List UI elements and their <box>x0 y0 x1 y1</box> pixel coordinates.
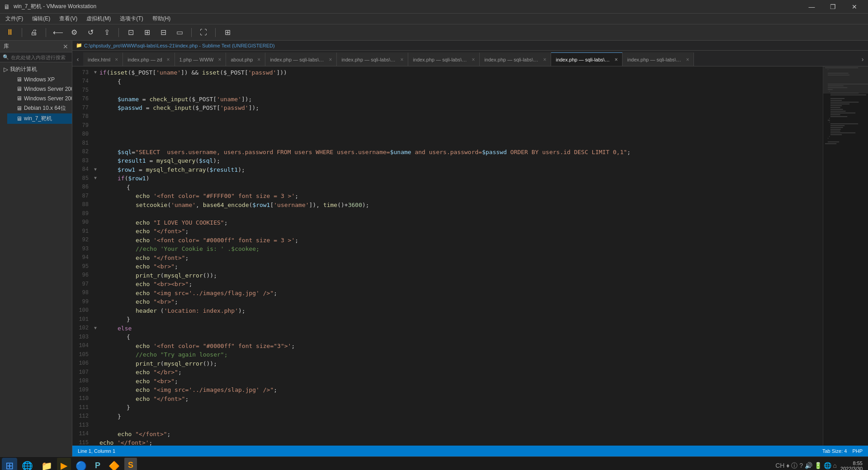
code-text: echo '<font color= "#0000ff" font size="… <box>99 342 295 351</box>
tab-close-button[interactable]: × <box>614 56 618 63</box>
pycharm-button[interactable]: P <box>91 458 104 470</box>
tab-label: index.html <box>88 57 110 62</box>
tab-right-button[interactable]: › <box>857 52 868 66</box>
tab-4[interactable]: index.php — sqli-labs\Less-2× <box>265 52 337 66</box>
tab-close-button[interactable]: × <box>257 56 260 63</box>
tree-icon: 🖥 <box>16 95 22 102</box>
tree-item-windows-xp[interactable]: 🖥Windows XP <box>7 75 72 84</box>
minimize-button[interactable]: — <box>802 0 822 14</box>
line-number: 80 <box>76 130 94 138</box>
tab-8[interactable]: index.php — sqli-labs\Less-21× <box>551 52 623 66</box>
code-text: echo "<img src='../images/flag.jpg' />"; <box>99 289 277 298</box>
snap2-button[interactable]: ⊞ <box>141 26 153 39</box>
tab-close-button[interactable]: × <box>543 56 546 63</box>
media-button[interactable]: ▶ <box>57 458 71 470</box>
code-text: echo "<br><br>"; <box>99 280 192 289</box>
code-text: { <box>99 183 130 192</box>
tab-close-button[interactable]: × <box>472 56 475 63</box>
clock-date: 2022/3/30 <box>840 466 863 470</box>
tab-close-button[interactable]: × <box>686 56 689 63</box>
tab-1[interactable]: index.php — zd× <box>123 52 175 66</box>
tab-0[interactable]: index.html× <box>83 52 123 66</box>
snap-button[interactable]: ⊡ <box>124 26 137 39</box>
toolbar-separator <box>22 28 22 37</box>
line-number: 86 <box>76 183 94 191</box>
statusbar-right: Tab Size: 4 PHP <box>822 448 863 454</box>
sidebar-close-button[interactable]: ✕ <box>63 43 68 50</box>
close-button[interactable]: ✕ <box>844 0 864 14</box>
tree-item-我的计算机[interactable]: ▷我的计算机 <box>0 64 72 75</box>
snap3-button[interactable]: ⊟ <box>157 26 170 39</box>
tab-close-button[interactable]: × <box>167 56 170 63</box>
line-number: 99 <box>76 298 94 306</box>
code-line-75: 75 <box>76 86 819 95</box>
code-text: setcookie('uname', base64_encode($row1['… <box>99 201 369 210</box>
line-number: 94 <box>76 254 94 262</box>
settings-button[interactable]: ⊞ <box>221 26 234 39</box>
line-number: 83 <box>76 157 94 165</box>
tab-left-button[interactable]: ‹ <box>72 52 83 66</box>
fullscreen-button[interactable]: ⛶ <box>197 26 210 39</box>
forward-button[interactable]: ⚙ <box>68 26 80 39</box>
home-button[interactable]: ⇪ <box>100 26 113 39</box>
menu-tab[interactable]: 选项卡(T) <box>116 14 146 24</box>
refresh-button[interactable]: ↺ <box>84 26 97 39</box>
line-number: 102 <box>76 324 94 332</box>
tree-item-win_7_靶机[interactable]: 🖥win_7_靶机 <box>7 113 72 124</box>
tab-3[interactable]: about.php× <box>226 52 265 66</box>
sublime-button[interactable]: S <box>124 458 137 470</box>
tab-label: index.php — sqli-labs\Less-19 <box>413 57 467 62</box>
code-line-89: 89 <box>76 209 819 218</box>
tab-close-button[interactable]: × <box>218 56 221 63</box>
code-line-73: 73▼if(isset($_POST['uname']) && isset($_… <box>76 68 819 77</box>
tab-close-button[interactable]: × <box>400 56 403 63</box>
tree-item-windows-server-20031[interactable]: 🖥Windows Server 20031 <box>7 84 72 94</box>
tab-5[interactable]: index.php — sqli-labs\Less-18× <box>337 52 408 66</box>
code-line-98: 98 echo "<img src='../images/flag.jpg' /… <box>76 289 819 298</box>
code-line-99: 99 echo "<br>"; <box>76 297 819 306</box>
ie-button[interactable]: 🌐 <box>18 458 37 470</box>
tree-item-windows-server-20081[interactable]: 🖥Windows Server 20081 <box>7 94 72 103</box>
fold-arrow[interactable]: ▼ <box>94 166 99 173</box>
menu-vm[interactable]: 虚拟机(M) <box>83 14 114 24</box>
line-number: 73 <box>76 69 94 77</box>
maximize-button[interactable]: ❐ <box>823 0 843 14</box>
tree-label: Debian 10.x 64位 <box>24 104 66 112</box>
code-text: $result1 = mysql_query($sql); <box>99 156 220 165</box>
tab-close-button[interactable]: × <box>329 56 332 63</box>
clock[interactable]: 8:55 2022/3/30 <box>840 461 863 470</box>
menu-edit[interactable]: 编辑(E) <box>28 14 54 24</box>
tab-9[interactable]: index.php — sqli-labs\Less-3× <box>623 52 694 66</box>
explorer-button[interactable]: 📁 <box>38 458 56 470</box>
chrome-button[interactable]: 🔵 <box>72 458 90 470</box>
tab-close-button[interactable]: × <box>115 56 118 63</box>
code-line-84: 84▼$row1 = mysql_fetch_array($result1); <box>76 165 819 174</box>
code-text: echo '<font color= "#FFFF00" font size =… <box>99 192 298 201</box>
menu-file[interactable]: 文件(F) <box>2 14 27 24</box>
menu-view[interactable]: 查看(V) <box>56 14 81 24</box>
start-button[interactable]: ⊞ <box>2 458 17 470</box>
sidebar-search-container: 🔍 <box>0 52 72 62</box>
app1-button[interactable]: 🔶 <box>105 458 123 470</box>
print-button[interactable]: 🖨 <box>28 26 40 39</box>
line-number: 93 <box>76 245 94 253</box>
search-input[interactable] <box>11 55 69 60</box>
back-button[interactable]: ⟵ <box>52 26 64 39</box>
line-number: 115 <box>76 439 94 446</box>
code-text: } <box>99 315 130 324</box>
code-text: echo '</font>'; <box>99 438 152 446</box>
menu-help[interactable]: 帮助(H) <box>149 14 175 24</box>
snap4-button[interactable]: ▭ <box>173 26 186 39</box>
tab-7[interactable]: index.php — sqli-labs\Less-20× <box>480 52 551 66</box>
pause-button[interactable]: ⏸ <box>4 26 16 39</box>
fold-arrow[interactable]: ▼ <box>94 69 99 76</box>
tree-label: Windows Server 20081 <box>24 95 72 102</box>
code-content[interactable]: 73▼if(isset($_POST['uname']) && isset($_… <box>72 66 823 446</box>
tree-item-debian-10.x-64位[interactable]: 🖥Debian 10.x 64位 <box>7 103 72 113</box>
line-number: 98 <box>76 289 94 297</box>
tab-6[interactable]: index.php — sqli-labs\Less-19× <box>408 52 480 66</box>
tab-2[interactable]: 1.php — WWW× <box>175 52 226 66</box>
fold-arrow[interactable]: ▼ <box>94 325 99 332</box>
taskbar-icons: CH ♦ ⓘ ? 🔊 🔋 🌐 ⌂ <box>775 462 837 470</box>
fold-arrow[interactable]: ▼ <box>94 175 99 182</box>
